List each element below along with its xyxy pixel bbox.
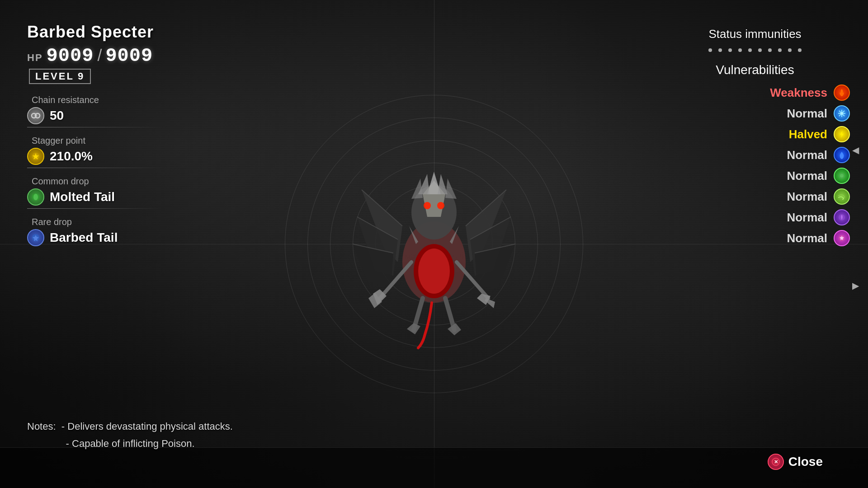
vuln-row-wind: Normal [660, 188, 850, 205]
immunity-dots [660, 48, 850, 52]
immunity-dot-4 [738, 48, 742, 52]
svg-point-10 [424, 202, 431, 209]
svg-marker-49 [840, 131, 844, 138]
enemy-name: Barbed Specter [27, 23, 253, 42]
svg-point-11 [437, 202, 444, 209]
hp-current: 9009 [47, 45, 94, 67]
right-panel: Status immunities Vulnerabilities Weakne… [660, 27, 850, 251]
notes-line-2: - Capable of inflicting Poison. [66, 438, 195, 449]
vuln-icon-ice [834, 105, 850, 122]
common-drop-value: Molted Tail [50, 190, 115, 204]
notes-line-1: - Delivers devastating physical attacks. [61, 421, 233, 432]
vuln-icon-holy [834, 230, 850, 246]
left-panel: Barbed Specter HP 9009 / 9009 LEVEL 9 Ch… [27, 23, 253, 254]
notes-text: Notes: - Delivers devastating physical a… [27, 418, 642, 452]
scroll-down-arrow[interactable]: ▶ [852, 280, 859, 291]
vuln-row-earth: Normal [660, 168, 850, 184]
vuln-icon-lightning [834, 126, 850, 142]
rare-drop-row: Barbed Tail [27, 229, 253, 246]
chain-resistance-label: Chain resistance [27, 95, 253, 105]
creature-display [276, 86, 592, 402]
chain-resistance-value: 50 [50, 108, 64, 123]
close-icon: ✕ [768, 454, 784, 470]
immunity-dot-5 [748, 48, 752, 52]
notes-panel: Notes: - Delivers devastating physical a… [27, 418, 642, 452]
vuln-row-holy: Normal [660, 230, 850, 246]
chain-icon [27, 107, 44, 124]
svg-point-48 [840, 112, 843, 115]
vuln-row-dark: Normal [660, 209, 850, 225]
immunity-dot-6 [758, 48, 762, 52]
vuln-label-lightning: Halved [760, 127, 827, 141]
divider-2 [27, 168, 163, 168]
vuln-row-ice: Normal [660, 105, 850, 122]
status-immunities-title: Status immunities [660, 27, 850, 41]
common-drop-section: Common drop Molted Tail [27, 176, 253, 209]
divider-3 [27, 208, 163, 209]
vuln-row-water: Normal [660, 147, 850, 163]
vulnerabilities-title: Vulnerabilities [660, 63, 850, 77]
vuln-label-fire: Weakness [760, 86, 827, 100]
immunity-dot-2 [718, 48, 722, 52]
stagger-value: 210.0% [50, 149, 93, 164]
vuln-icon-earth [834, 168, 850, 184]
vuln-label-ice: Normal [760, 107, 827, 121]
creature-sprite [348, 136, 520, 352]
vuln-icon-dark [834, 209, 850, 225]
svg-point-2 [418, 249, 450, 294]
close-button[interactable]: ✕ Close [768, 454, 823, 470]
level-label: LEVEL [35, 70, 74, 82]
immunity-dot-9 [788, 48, 792, 52]
level-badge: LEVEL 9 [29, 69, 91, 84]
vuln-icon-wind [834, 188, 850, 205]
vuln-label-dark: Normal [760, 211, 827, 225]
stagger-row: 210.0% [27, 148, 253, 165]
common-drop-row: Molted Tail [27, 188, 253, 206]
close-label: Close [788, 455, 823, 469]
common-drop-icon [27, 188, 44, 206]
svg-marker-7 [438, 174, 448, 194]
vuln-icon-water [834, 147, 850, 163]
chain-resistance-section: Chain resistance 50 [27, 95, 253, 127]
immunity-dot-3 [728, 48, 732, 52]
notes-prefix: Notes: [27, 421, 56, 432]
scroll-up-arrow[interactable]: ◀ [852, 145, 859, 155]
stagger-section: Stagger point 210.0% [27, 136, 253, 168]
vuln-label-holy: Normal [760, 231, 827, 245]
svg-text:✕: ✕ [774, 459, 778, 465]
vuln-label-water: Normal [760, 148, 827, 162]
immunity-dot-7 [768, 48, 772, 52]
vuln-icon-fire [834, 84, 850, 101]
vuln-row-lightning: Halved [660, 126, 850, 142]
svg-marker-32 [407, 323, 420, 334]
bottom-bar: ✕ Close [0, 447, 868, 488]
level-value: 9 [78, 70, 85, 82]
common-drop-label: Common drop [27, 176, 253, 187]
vuln-label-earth: Normal [760, 169, 827, 183]
svg-marker-33 [448, 323, 461, 335]
svg-point-41 [33, 194, 38, 200]
immunity-dot-1 [708, 48, 712, 52]
hp-max: 9009 [105, 45, 153, 67]
hp-label: HP [27, 52, 43, 64]
stagger-label: Stagger point [27, 136, 253, 146]
rare-drop-section: Rare drop Barbed Tail [27, 217, 253, 246]
immunity-dot-10 [798, 48, 802, 52]
vuln-label-wind: Normal [760, 190, 827, 204]
rare-drop-icon [27, 229, 44, 246]
hp-separator: / [97, 46, 102, 65]
svg-marker-9 [445, 178, 457, 199]
svg-marker-8 [411, 178, 423, 199]
rare-drop-value: Barbed Tail [50, 230, 118, 245]
divider-1 [27, 127, 163, 127]
hp-row: HP 9009 / 9009 [27, 45, 253, 67]
rare-drop-label: Rare drop [27, 217, 253, 227]
immunity-dot-8 [778, 48, 782, 52]
vuln-row-fire: Weakness [660, 84, 850, 101]
chain-resistance-row: 50 [27, 107, 253, 124]
stagger-icon [27, 148, 44, 165]
